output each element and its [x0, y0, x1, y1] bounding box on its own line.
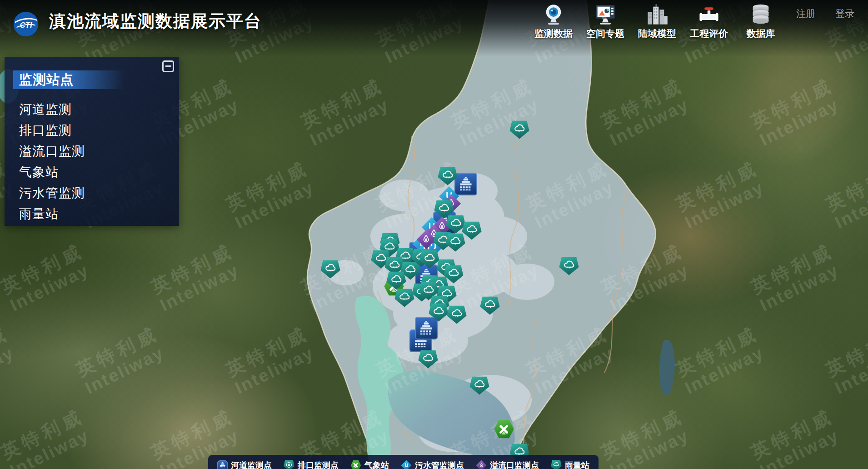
- cloud-rain-icon: [448, 234, 463, 249]
- collapse-panel-button[interactable]: [162, 60, 174, 72]
- river-marker[interactable]: [415, 317, 438, 339]
- dam-bridge-icon: [417, 319, 436, 338]
- anemometer-x-icon: [496, 422, 511, 437]
- cloud-rain-icon: [551, 460, 562, 469]
- nav-label: 陆域模型: [638, 27, 676, 40]
- legend-item-rain[interactable]: 雨量站: [551, 460, 589, 469]
- sidebar-item-sewage-monitoring[interactable]: 污水管监测: [5, 183, 179, 204]
- cloud-rain-icon: [440, 168, 455, 183]
- sidebar-item-river-monitoring[interactable]: 河道监测: [5, 99, 179, 120]
- rain-marker[interactable]: [462, 221, 482, 240]
- overflow-drop-icon: [476, 460, 487, 469]
- cloud-rain-icon: [446, 266, 461, 281]
- login-link[interactable]: 登录: [835, 7, 854, 20]
- river-marker[interactable]: [454, 173, 477, 195]
- rain-marker[interactable]: [320, 260, 340, 279]
- top-bar: CTI 滇池流域监测数据展示平台 监测数据: [0, 0, 868, 45]
- dam-bridge-icon: [456, 175, 475, 194]
- cloud-rain-icon: [323, 261, 338, 276]
- sidebar-item-overflow-monitoring[interactable]: 溢流口监测: [5, 141, 179, 162]
- cloud-rain-icon: [512, 122, 527, 137]
- anemometer-x-icon: [350, 460, 361, 469]
- nav-label: 数据库: [747, 27, 775, 40]
- nav-database[interactable]: 数据库: [739, 3, 783, 40]
- cloud-rain-icon: [387, 258, 402, 273]
- legend-label: 雨量站: [565, 460, 589, 469]
- cloud-rain-icon: [421, 351, 436, 366]
- legend-label: 河道监测点: [231, 460, 272, 469]
- cloud-rain-icon: [449, 216, 464, 231]
- cloud-rain-icon: [562, 258, 577, 273]
- legend-label: 溢流口监测点: [490, 460, 539, 469]
- rain-marker[interactable]: [480, 296, 500, 315]
- cloud-rain-icon: [431, 304, 446, 319]
- panel-menu: 河道监测 排口监测 溢流口监测 气象站 污水管监测 雨量站: [5, 99, 179, 225]
- monitor-chart-icon: [594, 3, 617, 26]
- sidebar-item-rain-station[interactable]: 雨量站: [5, 204, 179, 225]
- panel-title: 监测站点: [13, 70, 124, 89]
- database-icon: [749, 3, 773, 26]
- map-viewport: 英特利威Inteliway英特利威Inteliway英特利威Inteliway英…: [0, 0, 868, 469]
- rain-marker[interactable]: [469, 376, 489, 395]
- nav-monitor-data[interactable]: 监测数据: [532, 3, 575, 40]
- cloud-rain-icon: [389, 273, 404, 288]
- nav-land-model[interactable]: 陆域模型: [635, 3, 679, 40]
- page-title: 滇池流域监测数据展示平台: [49, 10, 262, 33]
- cloud-rain-icon: [403, 263, 418, 278]
- city-buildings-icon: [645, 3, 669, 26]
- legend-item-weather[interactable]: 气象站: [350, 460, 389, 469]
- nav-label: 监测数据: [534, 27, 573, 40]
- auth-links: 注册 登录: [796, 7, 854, 20]
- register-link[interactable]: 注册: [796, 7, 815, 20]
- legend-label: 气象站: [364, 460, 389, 469]
- cloud-rain-icon: [472, 378, 487, 393]
- legend-item-overflow[interactable]: 溢流口监测点: [476, 460, 539, 469]
- rain-marker[interactable]: [445, 233, 465, 252]
- rain-marker[interactable]: [394, 289, 414, 307]
- sidebar-item-outfall-monitoring[interactable]: 排口监测: [5, 120, 179, 141]
- rain-marker[interactable]: [447, 305, 467, 324]
- cloud-rain-icon: [483, 298, 498, 313]
- webcam-icon: [542, 3, 565, 26]
- dam-bridge-icon: [217, 460, 228, 469]
- pipe-valve-icon: [697, 3, 721, 26]
- cloud-rain-icon: [464, 223, 479, 238]
- rain-marker[interactable]: [509, 120, 529, 139]
- legend-label: 污水管监测点: [415, 460, 464, 469]
- rain-marker[interactable]: [559, 257, 579, 275]
- svg-text:CTI: CTI: [20, 21, 32, 30]
- legend-item-river[interactable]: 河道监测点: [217, 460, 272, 469]
- cloud-rain-icon: [422, 251, 437, 266]
- droplet-ring-icon: [284, 460, 294, 469]
- legend-label: 排口监测点: [298, 460, 339, 469]
- monitoring-stations-panel: 监测站点 河道监测 排口监测 溢流口监测 气象站 污水管监测 雨量站: [5, 57, 179, 226]
- main-nav: 监测数据 空间专题: [532, 3, 783, 40]
- nav-project-evaluation[interactable]: 工程评价: [687, 3, 731, 40]
- legend-item-sewage[interactable]: 污水管监测点: [401, 460, 464, 469]
- cloud-rain-icon: [449, 307, 464, 322]
- minus-icon: [165, 65, 171, 67]
- map-legend: 河道监测点排口监测点气象站污水管监测点溢流口监测点雨量站: [208, 455, 599, 469]
- sidebar-item-weather-station[interactable]: 气象站: [5, 162, 179, 183]
- nav-label: 工程评价: [690, 27, 728, 40]
- nav-spatial-theme[interactable]: 空间专题: [584, 3, 627, 40]
- cloud-rain-icon: [397, 290, 412, 305]
- legend-item-outfall[interactable]: 排口监测点: [284, 460, 339, 469]
- cloud-rain-icon: [437, 201, 452, 216]
- pipe-u-icon: [401, 460, 412, 469]
- overflow-drop-icon: [420, 233, 432, 245]
- weather-marker[interactable]: [494, 419, 514, 439]
- cti-logo[interactable]: CTI: [13, 11, 39, 37]
- rain-marker[interactable]: [418, 350, 438, 369]
- nav-label: 空间专题: [586, 27, 624, 40]
